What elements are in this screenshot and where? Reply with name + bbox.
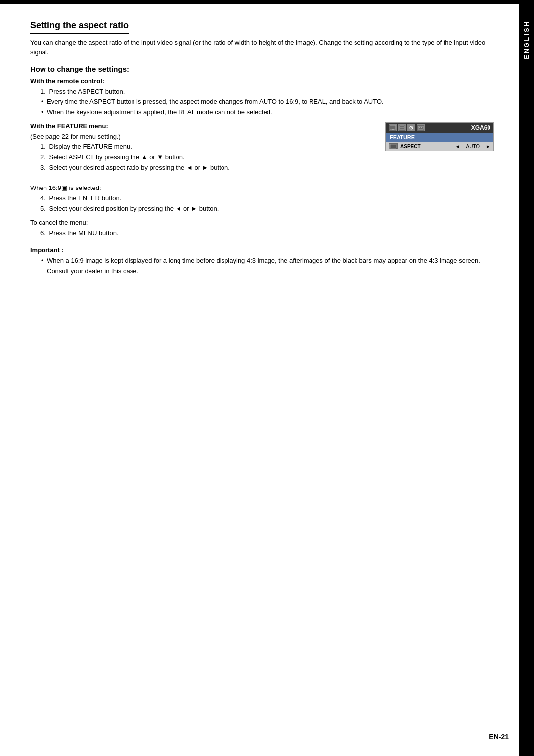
step-number-1: 1. xyxy=(40,88,45,95)
widget-header-icons xyxy=(389,124,425,131)
important-label: Important : xyxy=(30,246,494,254)
remote-control-section: With the remote control: 1. Press the AS… xyxy=(30,77,494,117)
subsection-title: How to change the settings: xyxy=(30,65,494,73)
remote-step-1: 1. Press the ASPECT button. xyxy=(30,87,494,97)
widget-aspect-row: ASPECT ◄ AUTO ► xyxy=(386,142,493,151)
when-169-section: When 16:9▣ is selected: 4. Press the ENT… xyxy=(30,184,494,214)
remote-bullet-2: When the keystone adjustment is applied,… xyxy=(40,107,494,118)
widget-arrow-right: ► xyxy=(486,144,490,149)
when-169-steps: 4. Press the ENTER button. 5. Select you… xyxy=(30,193,494,214)
widget-icon-1 xyxy=(389,124,397,131)
feature-step-2: 2. Select ASPECT by pressing the ▲ or ▼ … xyxy=(30,152,365,163)
when-169-intro: When 16:9▣ is selected: xyxy=(30,184,494,191)
widget-feature-bar: FEATURE xyxy=(386,133,493,142)
when-169-step-5-text: Select your desired position by pressing… xyxy=(49,205,219,212)
feature-step-3: 3. Select your desired aspect ratio by p… xyxy=(30,163,365,173)
remote-control-steps: 1. Press the ASPECT button. xyxy=(30,87,494,97)
feature-see-page: (See page 22 for menu setting.) xyxy=(30,133,365,140)
widget-icon-2 xyxy=(398,124,406,131)
remote-step-1-text: Press the ASPECT button. xyxy=(49,88,125,95)
feature-text: With the FEATURE menu: (See page 22 for … xyxy=(30,122,365,178)
when-169-step-4: 4. Press the ENTER button. xyxy=(30,193,494,204)
section-title: Setting the aspect ratio xyxy=(30,20,129,34)
cancel-intro: To cancel the menu: xyxy=(30,219,494,226)
cancel-steps: 6. Press the MENU button. xyxy=(30,228,494,238)
widget-header: XGA60 xyxy=(386,123,493,133)
feature-steps: 1. Display the FEATURE menu. 2. Select A… xyxy=(30,142,365,173)
feature-menu-section: With the FEATURE menu: (See page 22 for … xyxy=(30,122,494,178)
sidebar-label: ENGLISH xyxy=(523,20,530,59)
section-intro: You can change the aspect ratio of the i… xyxy=(30,38,494,57)
cancel-step-6: 6. Press the MENU button. xyxy=(30,228,494,238)
widget-icon-4 xyxy=(417,124,425,131)
feature-menu-label: With the FEATURE menu: xyxy=(30,122,365,130)
top-border xyxy=(0,0,519,4)
page-number: EN-21 xyxy=(489,733,509,741)
widget-icon-3 xyxy=(407,124,415,131)
when-169-step-4-text: Press the ENTER button. xyxy=(49,194,121,202)
widget-arrow-left: ◄ xyxy=(455,144,460,149)
svg-point-5 xyxy=(411,127,412,128)
feature-step-1: 1. Display the FEATURE menu. xyxy=(30,142,365,152)
main-content: Setting the aspect ratio You can change … xyxy=(30,20,494,277)
remote-control-label: With the remote control: xyxy=(30,77,494,85)
feature-menu-widget: XGA60 FEATURE ASPECT ◄ AUTO ► xyxy=(385,122,494,151)
feature-step-1-text: Display the FEATURE menu. xyxy=(49,143,132,150)
cancel-section: To cancel the menu: 6. Press the MENU bu… xyxy=(30,219,494,238)
important-bullets: When a 16:9 image is kept displayed for … xyxy=(40,256,494,277)
widget-row-icon xyxy=(389,143,398,149)
page-container: ENGLISH Setting the aspect ratio You can… xyxy=(0,0,534,756)
svg-rect-7 xyxy=(419,127,420,128)
svg-rect-1 xyxy=(392,129,394,130)
widget-title: XGA60 xyxy=(471,124,490,131)
svg-rect-9 xyxy=(390,144,397,149)
important-section: Important : When a 16:9 image is kept di… xyxy=(30,246,494,277)
feature-step-2-text: Select ASPECT by pressing the ▲ or ▼ but… xyxy=(49,153,184,161)
svg-rect-2 xyxy=(400,126,404,130)
feature-step-3-text: Select your desired aspect ratio by pres… xyxy=(49,164,229,171)
right-sidebar: ENGLISH xyxy=(519,0,534,756)
when-169-step-5: 5. Select your desired position by press… xyxy=(30,204,494,214)
cancel-step-6-text: Press the MENU button. xyxy=(49,229,118,236)
remote-bullet-1: Every time the ASPECT button is pressed,… xyxy=(40,97,494,107)
widget-value: AUTO xyxy=(462,144,484,149)
remote-bullets: Every time the ASPECT button is pressed,… xyxy=(40,97,494,118)
important-bullet-1: When a 16:9 image is kept displayed for … xyxy=(40,256,494,277)
svg-rect-6 xyxy=(418,126,423,129)
widget-row-label: ASPECT xyxy=(400,144,453,149)
svg-rect-8 xyxy=(421,127,422,128)
svg-rect-0 xyxy=(390,125,396,129)
